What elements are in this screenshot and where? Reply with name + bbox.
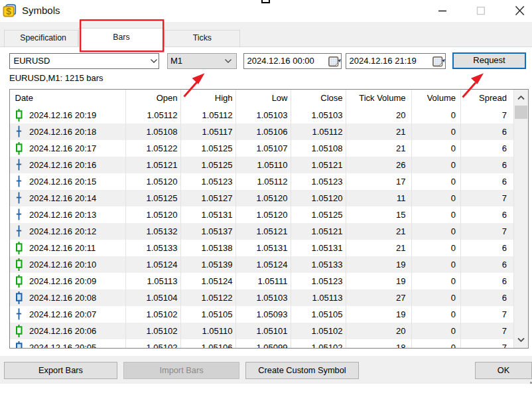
svg-text:$: $: [6, 6, 11, 17]
